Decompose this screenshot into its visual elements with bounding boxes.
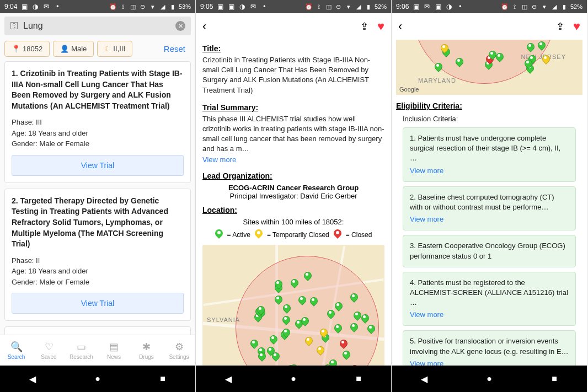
search-input[interactable]: Lung	[23, 21, 171, 31]
view-trial-button[interactable]: View Trial	[12, 293, 184, 314]
map[interactable]: SYLVANIA MARYLAND NEW JERSEY Google	[202, 245, 384, 366]
map-pin[interactable]	[367, 325, 374, 335]
view-more-link[interactable]: View more	[410, 166, 569, 176]
criteria-text: 5. Positive for translocation or inversi…	[410, 336, 569, 356]
lead-pi: Principal Investigator: David Eric Gerbe…	[202, 192, 384, 200]
map-pin[interactable]	[351, 365, 357, 366]
battery-icon: ▮	[365, 3, 372, 10]
map-pin[interactable]	[282, 316, 289, 326]
map-pin[interactable]	[298, 296, 305, 306]
trial-gender: Gender: Male or Female	[12, 277, 184, 288]
search-icon: 🔍	[10, 341, 23, 353]
map-pin[interactable]	[327, 310, 334, 320]
map-pin[interactable]	[305, 337, 312, 347]
map-pin[interactable]	[350, 323, 357, 333]
map-thumbnail[interactable]: MARYLAND NEW JERSEY Google	[396, 40, 582, 95]
map-pin[interactable]	[456, 58, 462, 68]
nav-search[interactable]: 🔍Search	[0, 341, 33, 360]
map-pin[interactable]	[310, 297, 317, 307]
criteria-card: 5. Positive for translocation or inversi…	[403, 330, 576, 366]
mail-icon: ✉	[423, 3, 431, 10]
favorite-button[interactable]: ♥	[377, 19, 384, 34]
map-pin[interactable]	[354, 312, 360, 321]
medical-icon: ✱	[142, 341, 151, 353]
view-more-link[interactable]: View more	[410, 359, 569, 366]
android-recent[interactable]: ■	[548, 373, 560, 385]
battery-icon: ▮	[560, 3, 568, 10]
filter-zip[interactable]: 📍18052	[4, 41, 50, 57]
nav-news[interactable]: ▤News	[98, 341, 130, 360]
map-pin[interactable]	[334, 324, 341, 334]
map-pin[interactable]	[340, 340, 346, 350]
map-pin[interactable]	[282, 329, 289, 339]
detail-body[interactable]: Title: Crizotinib in Treating Patients w…	[196, 40, 391, 366]
detail-body[interactable]: MARYLAND NEW JERSEY Google Eligibility C…	[392, 40, 587, 366]
share-button[interactable]: ⇪	[360, 20, 368, 33]
map-pin[interactable]	[304, 272, 311, 282]
reset-button[interactable]: Reset	[158, 41, 191, 57]
mail-icon: ✉	[249, 3, 257, 10]
android-home[interactable]: ●	[287, 373, 300, 385]
android-back[interactable]: ◀	[222, 373, 234, 385]
map-pin[interactable]	[258, 352, 265, 362]
android-recent[interactable]: ■	[157, 373, 169, 385]
map-pin[interactable]	[441, 44, 447, 54]
view-more-link[interactable]: View more	[410, 214, 569, 224]
favorite-button[interactable]: ♥	[573, 19, 580, 34]
map-pin[interactable]	[542, 55, 549, 65]
pin-closed-icon	[334, 229, 341, 240]
android-home[interactable]: ●	[92, 373, 104, 385]
map-pin[interactable]	[275, 280, 281, 290]
map-pin[interactable]	[275, 296, 281, 305]
nav-research[interactable]: ▭Research	[65, 341, 98, 360]
moon-icon: ☾	[104, 45, 111, 53]
clear-search-button[interactable]: ✕	[175, 21, 185, 31]
nav-drugs[interactable]: ✱Drugs	[130, 341, 163, 360]
trial-age: Age: 18 Years and older	[12, 266, 184, 277]
map-pin[interactable]	[320, 329, 327, 339]
map-pin[interactable]	[267, 347, 274, 357]
map-pin[interactable]	[301, 317, 308, 327]
android-recent[interactable]: ■	[352, 373, 365, 385]
map-pin[interactable]	[317, 346, 323, 356]
map-pin[interactable]	[335, 302, 341, 312]
filter-gender[interactable]: 👤Male	[53, 41, 94, 57]
map-pin[interactable]	[496, 53, 503, 63]
map-pin[interactable]	[291, 279, 297, 289]
phone-screen-1: 9:04 ▣ ◑ ✉ • ⏰ ⟟ ◫ ⊖ ▾ ◢ ▮ 53% ⚿ Lung ✕ …	[0, 0, 196, 392]
map-pin[interactable]	[350, 293, 357, 303]
nav-settings[interactable]: ⚙Settings	[163, 341, 195, 360]
share-button[interactable]: ⇪	[556, 20, 564, 33]
android-back[interactable]: ◀	[26, 373, 39, 385]
map-pin[interactable]	[489, 51, 495, 61]
nav-saved[interactable]: ♡Saved	[33, 341, 65, 360]
map-pin[interactable]	[257, 306, 264, 316]
trial-card: 1. Crizotinib in Treating Patients with …	[4, 61, 191, 183]
pin-icon: 📍	[12, 45, 20, 53]
map-pin[interactable]	[361, 314, 368, 324]
map-pin[interactable]	[283, 304, 290, 314]
android-back[interactable]: ◀	[418, 373, 430, 385]
android-home[interactable]: ●	[483, 373, 495, 385]
map-pin[interactable]	[527, 43, 533, 53]
criteria-text: 3. Eastern Cooperative Oncology Group (E…	[410, 241, 569, 261]
map-pin[interactable]	[250, 340, 257, 350]
search-bar[interactable]: ⚿ Lung ✕	[4, 17, 191, 35]
back-button[interactable]: ‹	[202, 19, 206, 34]
map-pin[interactable]	[343, 351, 349, 361]
view-more-link[interactable]: View more	[410, 310, 569, 320]
key-icon: ⚿	[10, 21, 19, 31]
map-pin[interactable]	[435, 63, 441, 73]
view-trial-button[interactable]: View Trial	[12, 155, 184, 176]
map-pin[interactable]	[287, 365, 293, 366]
map-pin[interactable]	[270, 335, 276, 345]
map-pin[interactable]	[538, 41, 544, 51]
view-more-link[interactable]: View more	[202, 155, 384, 164]
map-pin[interactable]	[525, 60, 531, 69]
filter-stage[interactable]: ☾II,III	[97, 41, 132, 57]
map-pin[interactable]	[324, 364, 330, 366]
vibrate-icon: ◫	[521, 3, 528, 10]
trial-title: 2. Targeted Therapy Directed by Genetic …	[12, 196, 184, 250]
trial-list[interactable]: 1. Crizotinib in Treating Patients with …	[0, 59, 195, 335]
back-button[interactable]: ‹	[398, 19, 402, 34]
